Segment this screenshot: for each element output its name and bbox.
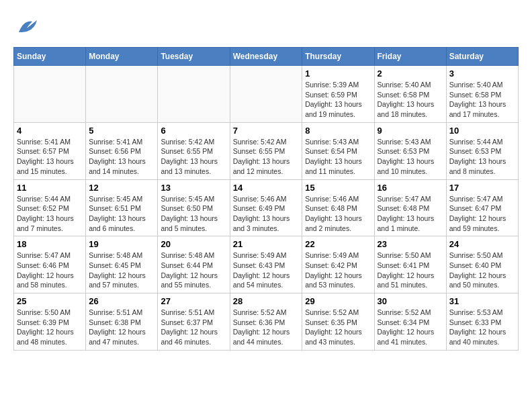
day-info: Sunrise: 5:47 AM Sunset: 6:47 PM Dayligh… xyxy=(449,194,515,234)
day-info: Sunrise: 5:42 AM Sunset: 6:55 PM Dayligh… xyxy=(161,137,226,177)
day-info: Sunrise: 5:46 AM Sunset: 6:48 PM Dayligh… xyxy=(305,194,371,234)
day-number: 15 xyxy=(305,183,371,193)
day-number: 13 xyxy=(161,183,226,193)
day-number: 2 xyxy=(378,68,443,79)
day-info: Sunrise: 5:50 AM Sunset: 6:40 PM Dayligh… xyxy=(449,250,515,290)
calendar-header-row: SundayMondayTuesdayWednesdayThursdayFrid… xyxy=(14,48,519,66)
calendar-cell: 4Sunrise: 5:41 AM Sunset: 6:57 PM Daylig… xyxy=(14,122,86,179)
day-info: Sunrise: 5:43 AM Sunset: 6:54 PM Dayligh… xyxy=(305,137,371,177)
col-header-friday: Friday xyxy=(374,48,446,66)
day-number: 29 xyxy=(305,296,371,306)
day-info: Sunrise: 5:49 AM Sunset: 6:42 PM Dayligh… xyxy=(305,250,371,290)
day-number: 30 xyxy=(378,296,443,306)
calendar-cell: 1Sunrise: 5:39 AM Sunset: 6:59 PM Daylig… xyxy=(302,66,374,123)
day-info: Sunrise: 5:53 AM Sunset: 6:33 PM Dayligh… xyxy=(449,308,515,347)
calendar-week-row: 18Sunrise: 5:47 AM Sunset: 6:46 PM Dayli… xyxy=(14,236,519,293)
day-info: Sunrise: 5:44 AM Sunset: 6:52 PM Dayligh… xyxy=(17,194,83,234)
calendar-cell: 19Sunrise: 5:48 AM Sunset: 6:45 PM Dayli… xyxy=(86,236,158,293)
day-number: 21 xyxy=(233,239,300,249)
logo xyxy=(13,13,43,40)
calendar-cell: 10Sunrise: 5:44 AM Sunset: 6:53 PM Dayli… xyxy=(446,122,518,179)
day-number: 10 xyxy=(449,126,515,136)
day-number: 6 xyxy=(161,126,226,136)
day-number: 23 xyxy=(378,239,443,249)
calendar-cell: 27Sunrise: 5:51 AM Sunset: 6:37 PM Dayli… xyxy=(158,293,230,351)
day-info: Sunrise: 5:50 AM Sunset: 6:39 PM Dayligh… xyxy=(17,308,83,347)
day-number: 3 xyxy=(449,68,515,79)
calendar-week-row: 11Sunrise: 5:44 AM Sunset: 6:52 PM Dayli… xyxy=(14,179,519,236)
day-info: Sunrise: 5:43 AM Sunset: 6:53 PM Dayligh… xyxy=(378,137,443,177)
day-info: Sunrise: 5:47 AM Sunset: 6:48 PM Dayligh… xyxy=(378,194,443,234)
day-number: 22 xyxy=(305,239,371,249)
col-header-sunday: Sunday xyxy=(14,48,86,66)
day-info: Sunrise: 5:45 AM Sunset: 6:51 PM Dayligh… xyxy=(89,194,154,234)
calendar-cell: 6Sunrise: 5:42 AM Sunset: 6:55 PM Daylig… xyxy=(158,122,230,179)
day-info: Sunrise: 5:47 AM Sunset: 6:46 PM Dayligh… xyxy=(17,250,83,290)
calendar-cell: 25Sunrise: 5:50 AM Sunset: 6:39 PM Dayli… xyxy=(14,293,86,351)
day-info: Sunrise: 5:51 AM Sunset: 6:37 PM Dayligh… xyxy=(161,308,226,347)
day-info: Sunrise: 5:41 AM Sunset: 6:56 PM Dayligh… xyxy=(89,137,154,177)
day-number: 17 xyxy=(449,183,515,193)
day-info: Sunrise: 5:41 AM Sunset: 6:57 PM Dayligh… xyxy=(17,137,83,177)
day-number: 8 xyxy=(305,126,371,136)
calendar-cell: 21Sunrise: 5:49 AM Sunset: 6:43 PM Dayli… xyxy=(230,236,302,293)
calendar-cell: 5Sunrise: 5:41 AM Sunset: 6:56 PM Daylig… xyxy=(86,122,158,179)
day-info: Sunrise: 5:39 AM Sunset: 6:59 PM Dayligh… xyxy=(305,80,371,120)
day-info: Sunrise: 5:49 AM Sunset: 6:43 PM Dayligh… xyxy=(233,250,300,290)
calendar-cell: 17Sunrise: 5:47 AM Sunset: 6:47 PM Dayli… xyxy=(446,179,518,236)
calendar-cell: 30Sunrise: 5:52 AM Sunset: 6:34 PM Dayli… xyxy=(374,293,446,351)
day-number: 7 xyxy=(233,126,300,136)
day-info: Sunrise: 5:45 AM Sunset: 6:50 PM Dayligh… xyxy=(161,194,226,234)
day-number: 19 xyxy=(89,239,154,249)
calendar-cell: 15Sunrise: 5:46 AM Sunset: 6:48 PM Dayli… xyxy=(302,179,374,236)
day-number: 5 xyxy=(89,126,154,136)
calendar-cell: 26Sunrise: 5:51 AM Sunset: 6:38 PM Dayli… xyxy=(86,293,158,351)
day-info: Sunrise: 5:52 AM Sunset: 6:36 PM Dayligh… xyxy=(233,308,300,347)
day-info: Sunrise: 5:50 AM Sunset: 6:41 PM Dayligh… xyxy=(378,250,443,290)
calendar-cell: 7Sunrise: 5:42 AM Sunset: 6:55 PM Daylig… xyxy=(230,122,302,179)
day-number: 9 xyxy=(378,126,443,136)
day-number: 28 xyxy=(233,296,300,306)
day-number: 24 xyxy=(449,239,515,249)
calendar-cell: 22Sunrise: 5:49 AM Sunset: 6:42 PM Dayli… xyxy=(302,236,374,293)
calendar-cell xyxy=(14,66,86,123)
logo-bird-icon xyxy=(13,13,40,40)
day-number: 27 xyxy=(161,296,226,306)
col-header-monday: Monday xyxy=(86,48,158,66)
day-info: Sunrise: 5:52 AM Sunset: 6:35 PM Dayligh… xyxy=(305,308,371,347)
day-number: 14 xyxy=(233,183,300,193)
day-info: Sunrise: 5:46 AM Sunset: 6:49 PM Dayligh… xyxy=(233,194,300,234)
calendar-cell: 9Sunrise: 5:43 AM Sunset: 6:53 PM Daylig… xyxy=(374,122,446,179)
calendar-cell: 11Sunrise: 5:44 AM Sunset: 6:52 PM Dayli… xyxy=(14,179,86,236)
day-number: 20 xyxy=(161,239,226,249)
day-info: Sunrise: 5:40 AM Sunset: 6:58 PM Dayligh… xyxy=(449,80,515,120)
calendar-cell: 23Sunrise: 5:50 AM Sunset: 6:41 PM Dayli… xyxy=(374,236,446,293)
calendar-cell xyxy=(158,66,230,123)
col-header-tuesday: Tuesday xyxy=(158,48,230,66)
col-header-wednesday: Wednesday xyxy=(230,48,302,66)
calendar-cell xyxy=(86,66,158,123)
calendar-cell: 28Sunrise: 5:52 AM Sunset: 6:36 PM Dayli… xyxy=(230,293,302,351)
calendar-cell: 13Sunrise: 5:45 AM Sunset: 6:50 PM Dayli… xyxy=(158,179,230,236)
page-header xyxy=(13,13,519,40)
calendar-week-row: 25Sunrise: 5:50 AM Sunset: 6:39 PM Dayli… xyxy=(14,293,519,351)
day-number: 12 xyxy=(89,183,154,193)
calendar-cell: 12Sunrise: 5:45 AM Sunset: 6:51 PM Dayli… xyxy=(86,179,158,236)
day-info: Sunrise: 5:40 AM Sunset: 6:58 PM Dayligh… xyxy=(378,80,443,120)
day-number: 18 xyxy=(17,239,83,249)
calendar-cell: 20Sunrise: 5:48 AM Sunset: 6:44 PM Dayli… xyxy=(158,236,230,293)
day-info: Sunrise: 5:51 AM Sunset: 6:38 PM Dayligh… xyxy=(89,308,154,347)
calendar-cell xyxy=(230,66,302,123)
calendar-cell: 31Sunrise: 5:53 AM Sunset: 6:33 PM Dayli… xyxy=(446,293,518,351)
calendar-table: SundayMondayTuesdayWednesdayThursdayFrid… xyxy=(13,47,519,351)
day-number: 16 xyxy=(378,183,443,193)
calendar-week-row: 1Sunrise: 5:39 AM Sunset: 6:59 PM Daylig… xyxy=(14,66,519,123)
day-info: Sunrise: 5:52 AM Sunset: 6:34 PM Dayligh… xyxy=(378,308,443,347)
calendar-cell: 29Sunrise: 5:52 AM Sunset: 6:35 PM Dayli… xyxy=(302,293,374,351)
day-number: 11 xyxy=(17,183,83,193)
calendar-cell: 18Sunrise: 5:47 AM Sunset: 6:46 PM Dayli… xyxy=(14,236,86,293)
col-header-saturday: Saturday xyxy=(446,48,518,66)
col-header-thursday: Thursday xyxy=(302,48,374,66)
calendar-cell: 2Sunrise: 5:40 AM Sunset: 6:58 PM Daylig… xyxy=(374,66,446,123)
day-number: 31 xyxy=(449,296,515,306)
